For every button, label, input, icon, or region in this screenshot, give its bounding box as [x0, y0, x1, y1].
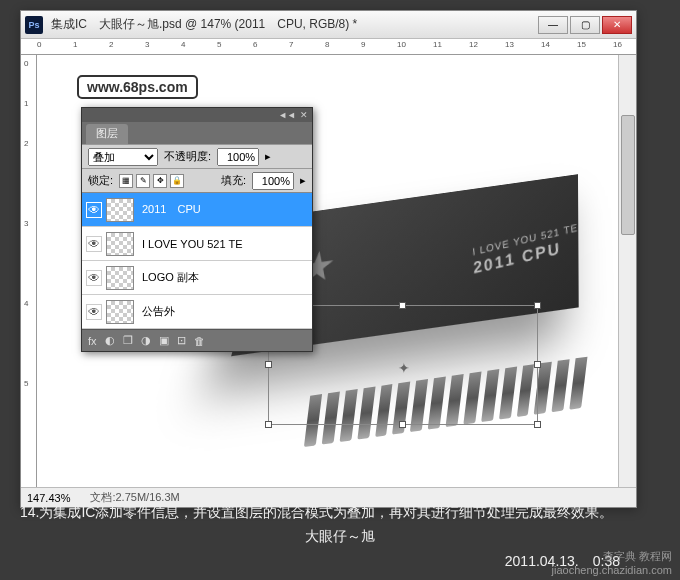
- instruction-signature: 大眼仔～旭: [20, 525, 660, 547]
- layer-name[interactable]: LOGO 副本: [138, 270, 308, 285]
- fill-input[interactable]: [252, 172, 294, 190]
- adjustment-icon[interactable]: ❐: [123, 334, 133, 347]
- transform-handle-bc[interactable]: [399, 421, 406, 428]
- blend-mode-row: 叠加 不透明度: ▸: [82, 144, 312, 168]
- panel-close-icon[interactable]: ✕: [300, 110, 308, 120]
- group-icon[interactable]: ▣: [159, 334, 169, 347]
- photoshop-window: Ps 集成IC 大眼仔～旭.psd @ 147% (2011 CPU, RGB/…: [20, 10, 637, 508]
- transform-handle-mr[interactable]: [534, 361, 541, 368]
- instruction-body: 14.为集成IC添加零件信息，并设置图层的混合模式为叠加，再对其进行细节处理完成…: [20, 501, 660, 523]
- delete-icon[interactable]: 🗑: [194, 335, 205, 347]
- layer-item[interactable]: 👁 LOGO 副本: [82, 261, 312, 295]
- main-container: Ps 集成IC 大眼仔～旭.psd @ 147% (2011 CPU, RGB/…: [0, 0, 680, 580]
- layer-item[interactable]: 👁 I LOVE YOU 521 TE: [82, 227, 312, 261]
- minimize-button[interactable]: —: [538, 16, 568, 34]
- maximize-button[interactable]: ▢: [570, 16, 600, 34]
- fill-label: 填充:: [221, 173, 246, 188]
- opacity-arrow-icon[interactable]: ▸: [265, 150, 271, 163]
- panel-footer: fx ◐ ❐ ◑ ▣ ⊡ 🗑: [82, 329, 312, 351]
- opacity-label: 不透明度:: [164, 149, 211, 164]
- layer-name[interactable]: 公告外: [138, 304, 308, 319]
- scrollbar-vertical[interactable]: [618, 55, 636, 495]
- visibility-icon[interactable]: 👁: [86, 236, 102, 252]
- layer-thumbnail[interactable]: [106, 232, 134, 256]
- transform-handle-tr[interactable]: [534, 302, 541, 309]
- lock-all-icon[interactable]: 🔒: [170, 174, 184, 188]
- panel-collapse-icon[interactable]: ◄◄: [278, 110, 296, 120]
- layers-list: 👁 2011 CPU 👁 I LOVE YOU 521 TE 👁 LOGO 副本…: [82, 192, 312, 329]
- tab-layers[interactable]: 图层: [86, 124, 128, 144]
- branding: 查字典 教程网 jiaocheng.chazidian.com: [552, 549, 672, 576]
- fx-icon[interactable]: fx: [88, 335, 97, 347]
- layers-panel: ◄◄ ✕ 图层 叠加 不透明度: ▸ 锁定: ▦ ✎ ✥ 🔒: [81, 107, 313, 352]
- lock-icons: ▦ ✎ ✥ 🔒: [119, 174, 184, 188]
- watermark: www.68ps.com: [77, 75, 198, 99]
- transform-center-icon[interactable]: ✦: [398, 360, 410, 376]
- ruler-vertical: 0 1 2 3 4 5: [21, 55, 37, 495]
- opacity-input[interactable]: [217, 148, 259, 166]
- lock-move-icon[interactable]: ✥: [153, 174, 167, 188]
- lock-row: 锁定: ▦ ✎ ✥ 🔒 填充: ▸: [82, 168, 312, 192]
- lock-label: 锁定:: [88, 173, 113, 188]
- new-layer-icon[interactable]: ⊡: [177, 334, 186, 347]
- layer-thumbnail[interactable]: [106, 300, 134, 324]
- lock-trans-icon[interactable]: ▦: [119, 174, 133, 188]
- fill-layer-icon[interactable]: ◑: [141, 334, 151, 347]
- transform-handle-ml[interactable]: [265, 361, 272, 368]
- scrollbar-thumb[interactable]: [621, 115, 635, 235]
- branding-name: 查字典 教程网: [552, 549, 672, 564]
- window-controls: — ▢ ✕: [538, 16, 632, 34]
- branding-url: jiaocheng.chazidian.com: [552, 564, 672, 576]
- layer-name[interactable]: 2011 CPU: [138, 202, 308, 217]
- lock-paint-icon[interactable]: ✎: [136, 174, 150, 188]
- fill-arrow-icon[interactable]: ▸: [300, 174, 306, 187]
- layer-item[interactable]: 👁 2011 CPU: [82, 193, 312, 227]
- panel-titlebar[interactable]: ◄◄ ✕: [82, 108, 312, 122]
- layer-thumbnail[interactable]: [106, 266, 134, 290]
- layer-thumbnail[interactable]: [106, 198, 134, 222]
- close-button[interactable]: ✕: [602, 16, 632, 34]
- visibility-icon[interactable]: 👁: [86, 270, 102, 286]
- blend-mode-select[interactable]: 叠加: [88, 148, 158, 166]
- transform-handle-br[interactable]: [534, 421, 541, 428]
- layer-name[interactable]: I LOVE YOU 521 TE: [138, 238, 308, 250]
- ruler-horizontal: 0 1 2 3 4 5 6 7 8 9 10 11 12 13 14 15 16: [21, 39, 636, 55]
- layer-item[interactable]: 👁 公告外: [82, 295, 312, 329]
- transform-handle-tc[interactable]: [399, 302, 406, 309]
- title-bar: Ps 集成IC 大眼仔～旭.psd @ 147% (2011 CPU, RGB/…: [21, 11, 636, 39]
- ps-icon: Ps: [25, 16, 43, 34]
- panel-tabs: 图层: [82, 122, 312, 144]
- visibility-icon[interactable]: 👁: [86, 202, 102, 218]
- transform-handle-bl[interactable]: [265, 421, 272, 428]
- mask-icon[interactable]: ◐: [105, 334, 115, 347]
- visibility-icon[interactable]: 👁: [86, 304, 102, 320]
- window-title: 集成IC 大眼仔～旭.psd @ 147% (2011 CPU, RGB/8) …: [51, 16, 538, 33]
